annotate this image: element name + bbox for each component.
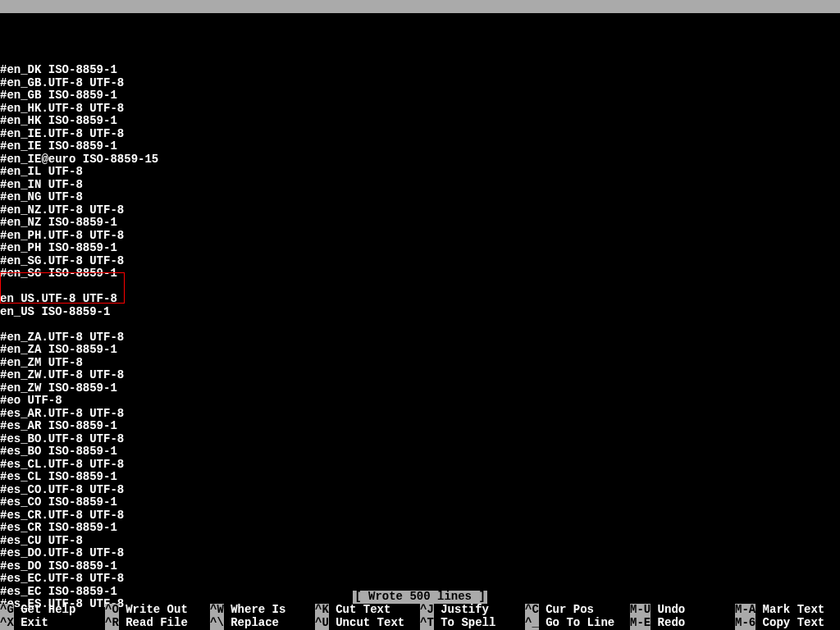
shortcut-key: ^W [210,604,224,617]
shortcut-T[interactable]: ^T To Spell [420,617,525,630]
shortcut-label: Cut Text [329,603,391,616]
editor-line[interactable]: #en_IE.UTF-8 UTF-8 [0,128,840,141]
editor-line[interactable]: #es_AR.UTF-8 UTF-8 [0,408,840,421]
shortcut-label: Redo [651,616,685,629]
shortcut-label: Uncut Text [329,616,404,629]
shortcut-row-1: ^G Get Help^O Write Out^W Where Is^K Cut… [0,604,840,617]
shortcut-label: Exit [14,616,48,629]
shortcut-label: Go To Line [539,616,614,629]
editor-viewport[interactable]: #en_DK ISO-8859-1#en_GB.UTF-8 UTF-8#en_G… [0,13,840,623]
editor-line[interactable]: #es_CO ISO-8859-1 [0,496,840,509]
editor-line[interactable]: #es_BO ISO-8859-1 [0,445,840,459]
shortcut-label: To Spell [434,616,496,629]
shortcut-X[interactable]: ^X Exit [0,617,105,630]
shortcut-MA[interactable]: M-A Mark Text [735,604,840,617]
shortcut-O[interactable]: ^O Write Out [105,604,210,617]
editor-line[interactable]: #es_CL.UTF-8 UTF-8 [0,459,840,472]
editor-line[interactable]: #en_ZA.UTF-8 UTF-8 [0,331,840,345]
shortcut-U[interactable]: ^U Uncut Text [315,617,420,630]
editor-line[interactable]: #en_NG UTF-8 [0,191,840,204]
editor-line[interactable]: #en_HK ISO-8859-1 [0,115,840,128]
shortcut-key: ^G [0,604,14,617]
shortcut-key: M-E [630,617,651,630]
shortcut-key: ^R [105,617,119,630]
shortcut-label: Mark Text [756,603,824,616]
shortcut-label: Justify [434,603,489,616]
editor-line[interactable]: #en_IE ISO-8859-1 [0,140,840,153]
shortcut-label: Get Help [14,603,76,616]
editor-line[interactable]: #en_ZW.UTF-8 UTF-8 [0,369,840,382]
shortcut-ME[interactable]: M-E Redo [630,617,735,630]
editor-line[interactable] [0,318,840,331]
editor-line[interactable]: #en_GB ISO-8859-1 [0,89,840,103]
shortcut-label: Cur Pos [539,603,594,616]
shortcut-label: Where Is [224,603,286,616]
shortcut-key: ^J [420,604,434,617]
editor-line[interactable]: #es_CR.UTF-8 UTF-8 [0,509,840,523]
shortcut-R[interactable]: ^R Read File [105,617,210,630]
shortcut-key: M-U [630,604,651,617]
editor-line[interactable]: #en_ZW ISO-8859-1 [0,382,840,395]
shortcut-label: Replace [224,616,279,629]
shortcut-key: M-A [735,604,756,617]
editor-line[interactable]: en_US ISO-8859-1 [0,306,840,319]
editor-line[interactable] [0,281,840,294]
shortcut-key: ^_ [525,617,539,630]
shortcut-K[interactable]: ^K Cut Text [315,604,420,617]
editor-line[interactable]: #es_DO.UTF-8 UTF-8 [0,547,840,560]
shortcut-key: ^\ [210,617,224,630]
editor-line[interactable]: #es_BO.UTF-8 UTF-8 [0,433,840,446]
editor-line[interactable]: #es_CL ISO-8859-1 [0,471,840,484]
shortcut-C[interactable]: ^C Cur Pos [525,604,630,617]
editor-line[interactable]: #en_PH.UTF-8 UTF-8 [0,230,840,243]
status-bar: [ Wrote 500 lines ] [0,591,840,604]
editor-line[interactable]: #es_CR ISO-8859-1 [0,522,840,535]
editor-line[interactable]: #en_IN UTF-8 [0,179,840,192]
editor-line[interactable]: #en_GB.UTF-8 UTF-8 [0,77,840,90]
shortcut-key: ^U [315,617,329,630]
editor-line[interactable]: #es_AR ISO-8859-1 [0,420,840,433]
shortcut-label: Copy Text [756,616,824,629]
shortcut-label: Read File [119,616,188,629]
editor-line[interactable] [0,52,840,65]
shortcut-W[interactable]: ^W Where Is [210,604,315,617]
editor-line[interactable]: en_US.UTF-8 UTF-8 [0,293,840,306]
shortcut-key: ^T [420,617,434,630]
shortcut-key: ^O [105,604,119,617]
shortcut-key: M-6 [735,617,756,630]
editor-line[interactable]: #en_IE@euro ISO-8859-15 [0,153,840,167]
editor-line[interactable]: #en_NZ.UTF-8 UTF-8 [0,204,840,217]
shortcut-row-2: ^X Exit^R Read File^\ Replace^U Uncut Te… [0,617,840,630]
editor-line[interactable]: #en_PH ISO-8859-1 [0,242,840,255]
editor-line[interactable]: #en_NZ ISO-8859-1 [0,217,840,230]
editor-line[interactable]: #en_HK.UTF-8 UTF-8 [0,103,840,116]
editor-line[interactable]: #es_CO.UTF-8 UTF-8 [0,484,840,497]
status-message: [ Wrote 500 lines ] [353,591,487,604]
titlebar: GNU nano 2.8.7 File: /etc/locale.gen [0,0,840,13]
shortcut-MU[interactable]: M-U Undo [630,604,735,617]
editor-line[interactable]: #es_EC.UTF-8 UTF-8 [0,573,840,586]
editor-line[interactable]: #en_IL UTF-8 [0,166,840,179]
shortcut-M6[interactable]: M-6 Copy Text [735,617,840,630]
shortcut-J[interactable]: ^J Justify [420,604,525,617]
editor-line[interactable]: #eo UTF-8 [0,395,840,408]
shortcut-key: ^C [525,604,539,617]
shortcut-key: ^X [0,617,14,630]
editor-line[interactable]: #en_SG ISO-8859-1 [0,267,840,281]
editor-line[interactable]: #es_CU UTF-8 [0,535,840,548]
shortcut-[interactable]: ^_ Go To Line [525,617,630,630]
shortcut-label: Undo [651,603,685,616]
shortcut-G[interactable]: ^G Get Help [0,604,105,617]
editor-line[interactable]: #en_SG.UTF-8 UTF-8 [0,255,840,268]
shortcut-key: ^K [315,604,329,617]
editor-line[interactable]: #es_DO ISO-8859-1 [0,560,840,573]
shortcut-label: Write Out [119,603,188,616]
editor-line[interactable]: #en_DK ISO-8859-1 [0,64,840,77]
shortcut-[interactable]: ^\ Replace [210,617,315,630]
editor-line[interactable]: #en_ZA ISO-8859-1 [0,344,840,357]
editor-line[interactable]: #en_ZM UTF-8 [0,357,840,370]
